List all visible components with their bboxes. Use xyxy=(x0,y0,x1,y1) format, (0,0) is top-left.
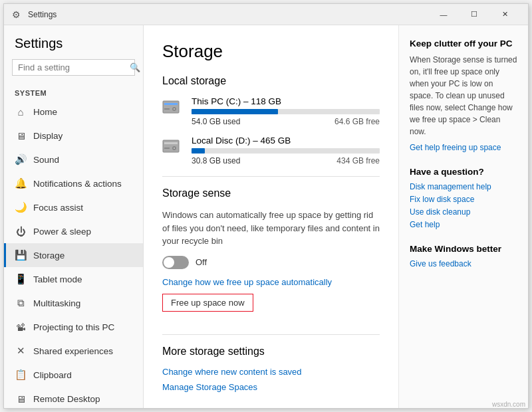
sidebar-item-remote[interactable]: 🖥 Remote Desktop xyxy=(4,387,143,408)
sidebar-item-display-label: Display xyxy=(33,131,63,141)
svg-point-8 xyxy=(174,148,175,149)
sound-icon: 🔊 xyxy=(15,154,27,165)
toggle-row: Off xyxy=(162,256,380,269)
window-controls: — ☐ ✕ xyxy=(428,4,520,25)
clutter-text: When Storage sense is turned on, it'll f… xyxy=(410,54,517,138)
power-icon: ⏻ xyxy=(15,225,27,237)
get-help-link[interactable]: Get help xyxy=(410,220,517,229)
sidebar-item-clipboard-label: Clipboard xyxy=(33,370,72,380)
sidebar-item-tablet[interactable]: 📱 Tablet mode xyxy=(4,267,143,291)
storage-icon: 💾 xyxy=(15,249,27,261)
shared-icon: ✕ xyxy=(15,345,27,357)
storage-sense-toggle[interactable] xyxy=(162,256,189,269)
sidebar-item-remote-label: Remote Desktop xyxy=(33,394,100,404)
sidebar-item-sound[interactable]: 🔊 Sound xyxy=(4,148,143,171)
drive-c-item: This PC (C:) – 118 GB 54.0 GB used 64.6 … xyxy=(162,96,380,126)
svg-point-3 xyxy=(174,108,175,110)
search-box[interactable]: 🔍 xyxy=(12,59,135,76)
windows-better-section: Make Windows better Give us feedback xyxy=(410,244,517,268)
windows-better-title: Make Windows better xyxy=(410,244,517,254)
get-help-freeing-link[interactable]: Get help freeing up space xyxy=(410,143,517,152)
system-section-label: System xyxy=(4,84,143,100)
drive-c-details: 54.0 GB used 64.6 GB free xyxy=(192,117,380,126)
svg-rect-6 xyxy=(164,142,178,144)
watermark: wsxdn.com xyxy=(492,401,525,408)
svg-rect-1 xyxy=(164,103,178,105)
sidebar-item-home-label: Home xyxy=(33,107,57,117)
search-input[interactable] xyxy=(18,62,130,72)
drive-d-free: 434 GB free xyxy=(336,156,380,165)
home-icon: ⌂ xyxy=(15,106,27,118)
clutter-section: Keep clutter off your PC When Storage se… xyxy=(410,39,517,152)
focus-icon: 🌙 xyxy=(15,201,27,213)
sidebar-item-storage-label: Storage xyxy=(33,251,65,260)
drive-c-free: 64.6 GB free xyxy=(334,117,380,126)
multitasking-icon: ⧉ xyxy=(15,297,27,309)
window-content: Settings 🔍 System ⌂ Home 🖥 Display 🔊 Sou… xyxy=(4,25,528,408)
display-icon: 🖥 xyxy=(15,130,27,142)
drive-d-info: Local Disc (D:) – 465 GB 30.8 GB used 43… xyxy=(192,136,380,165)
drive-c-used: 54.0 GB used xyxy=(192,117,240,126)
svg-rect-0 xyxy=(163,101,179,113)
svg-rect-5 xyxy=(163,140,179,152)
titlebar: ⚙ Settings — ☐ ✕ xyxy=(4,4,528,25)
drive-d-icon xyxy=(162,137,184,155)
settings-window: ⚙ Settings — ☐ ✕ Settings 🔍 System ⌂ Hom… xyxy=(3,3,529,409)
main-content: Storage Local storage This PC (C:) – 118… xyxy=(144,25,398,408)
drive-d-item: Local Disc (D:) – 465 GB 30.8 GB used 43… xyxy=(162,136,380,165)
drive-c-icon xyxy=(162,98,184,116)
projecting-icon: 📽 xyxy=(15,321,27,333)
clutter-title: Keep clutter off your PC xyxy=(410,39,517,49)
tablet-icon: 📱 xyxy=(15,273,27,285)
fix-disk-space-link[interactable]: Fix low disk space xyxy=(410,195,517,204)
sidebar-item-storage[interactable]: 💾 Storage xyxy=(4,243,143,267)
divider-2 xyxy=(162,334,380,335)
sidebar-item-shared[interactable]: ✕ Shared experiences xyxy=(4,339,143,363)
storage-sense-description: Windows can automatically free up space … xyxy=(162,209,380,248)
drive-d-used: 30.8 GB used xyxy=(192,156,240,165)
sidebar-item-focus[interactable]: 🌙 Focus assist xyxy=(4,195,143,219)
svg-rect-4 xyxy=(164,108,170,110)
manage-spaces-link[interactable]: Manage Storage Spaces xyxy=(162,382,380,392)
local-storage-title: Local storage xyxy=(162,75,380,87)
sidebar: Settings 🔍 System ⌂ Home 🖥 Display 🔊 Sou… xyxy=(4,25,144,408)
free-up-button[interactable]: Free up space now xyxy=(162,294,253,312)
sidebar-header: Settings xyxy=(4,25,143,56)
change-how-link[interactable]: Change how we free up space automaticall… xyxy=(162,277,380,287)
use-disk-cleanup-link[interactable]: Use disk cleanup xyxy=(410,207,517,217)
sidebar-item-notifications[interactable]: 🔔 Notifications & actions xyxy=(4,171,143,195)
close-button[interactable]: ✕ xyxy=(489,4,520,25)
sidebar-item-home[interactable]: ⌂ Home xyxy=(4,100,143,124)
drive-c-info: This PC (C:) – 118 GB 54.0 GB used 64.6 … xyxy=(192,96,380,126)
page-title: Storage xyxy=(162,41,380,62)
sidebar-item-clipboard[interactable]: 📋 Clipboard xyxy=(4,363,143,387)
change-where-link[interactable]: Change where new content is saved xyxy=(162,367,380,377)
storage-sense-title: Storage sense xyxy=(162,187,380,199)
minimize-button[interactable]: — xyxy=(428,4,459,25)
sidebar-item-tablet-label: Tablet mode xyxy=(33,274,82,284)
sidebar-item-projecting-label: Projecting to this PC xyxy=(33,322,114,332)
maximize-button[interactable]: ☐ xyxy=(459,4,489,25)
sidebar-item-notifications-label: Notifications & actions xyxy=(33,179,122,189)
give-feedback-link[interactable]: Give us feedback xyxy=(410,259,517,268)
remote-icon: 🖥 xyxy=(15,393,27,405)
sidebar-item-multitasking[interactable]: ⧉ Multitasking xyxy=(4,291,143,315)
right-panel: Keep clutter off your PC When Storage se… xyxy=(398,25,528,408)
svg-rect-9 xyxy=(164,148,170,149)
question-section: Have a question? Disk management help Fi… xyxy=(410,167,517,229)
drive-d-progress-fill xyxy=(192,148,205,154)
disk-management-link[interactable]: Disk management help xyxy=(410,182,517,191)
drive-c-progress-bg xyxy=(192,109,380,114)
question-title: Have a question? xyxy=(410,167,517,177)
sidebar-item-display[interactable]: 🖥 Display xyxy=(4,124,143,148)
sidebar-item-projecting[interactable]: 📽 Projecting to this PC xyxy=(4,315,143,339)
more-settings-title: More storage settings xyxy=(162,346,380,358)
sidebar-item-power[interactable]: ⏻ Power & sleep xyxy=(4,219,143,243)
drive-d-name: Local Disc (D:) – 465 GB xyxy=(192,136,380,146)
sidebar-item-power-label: Power & sleep xyxy=(33,227,91,237)
toggle-label: Off xyxy=(196,257,207,267)
sidebar-item-focus-label: Focus assist xyxy=(33,203,83,213)
clipboard-icon: 📋 xyxy=(15,369,27,381)
drive-d-details: 30.8 GB used 434 GB free xyxy=(192,156,380,165)
divider-1 xyxy=(162,176,380,177)
